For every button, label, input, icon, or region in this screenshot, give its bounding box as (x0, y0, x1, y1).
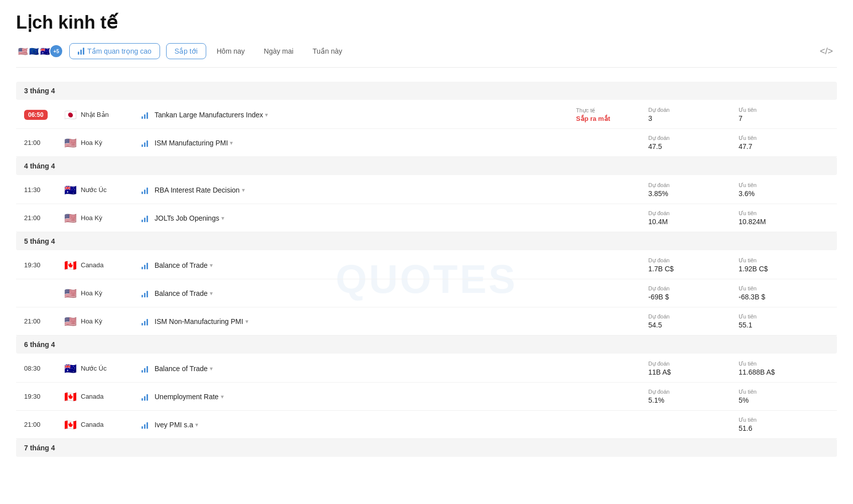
forecast-label: Dự đoán (648, 389, 739, 395)
priority-label: Ưu tiên (739, 210, 829, 217)
calendar-content: 3 tháng 406:50🇯🇵Nhật BảnTankan Large Man… (16, 82, 837, 457)
event-country: 🇯🇵Nhật Bản (64, 110, 134, 120)
event-forecast: Dự đoán 11B A$ (648, 361, 739, 376)
table-row[interactable]: 21:00🇺🇸Hoa KỳJOLTs Job Openings ▾ Dự đoá… (16, 204, 837, 232)
table-row[interactable]: 06:50🇯🇵Nhật BảnTankan Large Manufacturer… (16, 101, 837, 129)
event-country: 🇦🇺Nước Úc (64, 364, 134, 374)
tab-upcoming[interactable]: Sắp tới (166, 43, 206, 59)
event-priority: Ưu tiên 1.92B C$ (739, 257, 829, 273)
forecast-value: 3.85% (648, 190, 739, 198)
event-name[interactable]: ISM Non-Manufacturing PMI ▾ (155, 317, 568, 325)
actual-value: Sắp ra mắt (576, 115, 648, 122)
importance-chart (134, 289, 155, 297)
country-name: Nhật Bản (81, 111, 109, 118)
bar-chart-icon (141, 317, 148, 325)
importance-chart (134, 261, 155, 269)
event-time: 19:30 (24, 393, 64, 400)
event-time: 21:00 (24, 317, 64, 325)
event-forecast: Dự đoán 5.1% (648, 389, 739, 404)
event-name[interactable]: Balance of Trade ▾ (155, 289, 568, 297)
event-priority: Ưu tiên 47.7 (739, 135, 829, 150)
event-name[interactable]: Balance of Trade ▾ (155, 365, 568, 373)
section-date-header: 5 tháng 4 (16, 232, 837, 250)
priority-label: Ưu tiên (739, 182, 829, 189)
table-row[interactable]: 21:00🇨🇦CanadaIvey PMI s.a ▾ Ưu tiên 51.6 (16, 411, 837, 439)
forecast-value: 1.7B C$ (648, 265, 739, 273)
event-country: 🇨🇦Canada (64, 420, 134, 430)
priority-label: Ưu tiên (739, 389, 829, 395)
flag-group[interactable]: 🇺🇸 🇪🇺 🇦🇺 +5 (16, 44, 63, 58)
priority-label: Ưu tiên (739, 257, 829, 264)
table-row[interactable]: 🇺🇸Hoa KỳBalance of Trade ▾ Dự đoán -69B … (16, 279, 837, 307)
event-priority: Ưu tiên 7 (739, 107, 829, 122)
importance-chart (134, 421, 155, 429)
event-time: 06:50 (24, 111, 64, 118)
tab-tomorrow[interactable]: Ngày mai (255, 43, 302, 59)
event-name[interactable]: RBA Interest Rate Decision ▾ (155, 186, 568, 194)
event-time: 19:30 (24, 261, 64, 269)
table-row[interactable]: 19:30🇨🇦CanadaUnemployment Rate ▾ Dự đoán… (16, 383, 837, 411)
tab-this-week[interactable]: Tuần này (304, 43, 351, 59)
priority-label: Ưu tiên (739, 417, 829, 423)
country-name: Canada (81, 421, 104, 428)
bar-chart-icon (141, 421, 148, 429)
chart-bar-icon (78, 48, 84, 55)
event-name[interactable]: Tankan Large Manufacturers Index ▾ (155, 111, 568, 119)
forecast-label: Dự đoán (648, 182, 739, 189)
table-row[interactable]: 19:30🇨🇦CanadaBalance of Trade ▾ Dự đoán … (16, 251, 837, 279)
event-country: 🇦🇺Nước Úc (64, 185, 134, 195)
priority-value: 51.6 (739, 424, 829, 432)
event-time: 08:30 (24, 365, 64, 372)
priority-value: 10.824M (739, 218, 829, 226)
event-name-text: ISM Non-Manufacturing PMI (155, 317, 243, 325)
event-name[interactable]: Ivey PMI s.a ▾ (155, 421, 568, 429)
event-country: 🇺🇸Hoa Kỳ (64, 288, 134, 298)
event-priority: Ưu tiên 55.1 (739, 313, 829, 329)
event-name[interactable]: Balance of Trade ▾ (155, 261, 568, 269)
event-forecast: Dự đoán 3.85% (648, 182, 739, 198)
event-forecast: Dự đoán 47.5 (648, 135, 739, 150)
table-row[interactable]: 21:00🇺🇸Hoa KỳISM Non-Manufacturing PMI ▾… (16, 307, 837, 335)
country-name: Hoa Kỳ (81, 317, 102, 325)
event-name[interactable]: JOLTs Job Openings ▾ (155, 214, 568, 222)
event-priority: Ưu tiên -68.3B $ (739, 285, 829, 301)
page-title: Lịch kinh tế (16, 12, 837, 33)
priority-label: Ưu tiên (739, 313, 829, 320)
priority-value: 3.6% (739, 190, 829, 198)
event-name-text: RBA Interest Rate Decision (155, 186, 240, 194)
priority-value: 7 (739, 114, 829, 122)
event-name[interactable]: Unemployment Rate ▾ (155, 393, 568, 401)
country-flag: 🇺🇸 (64, 316, 77, 326)
forecast-value: 3 (648, 114, 739, 122)
table-row[interactable]: 21:00🇺🇸Hoa KỳISM Manufacturing PMI ▾ Dự … (16, 129, 837, 157)
table-row[interactable]: 11:30🇦🇺Nước ÚcRBA Interest Rate Decision… (16, 176, 837, 204)
chevron-down-icon: ▾ (230, 139, 233, 146)
embed-code-button[interactable]: </> (816, 44, 837, 59)
event-name-text: Tankan Large Manufacturers Index (155, 111, 263, 119)
forecast-value: 47.5 (648, 142, 739, 150)
country-name: Hoa Kỳ (81, 289, 102, 297)
importance-filter-button[interactable]: Tầm quan trọng cao (69, 43, 160, 59)
chevron-down-icon: ▾ (245, 318, 248, 325)
flag-more[interactable]: +5 (49, 44, 63, 58)
forecast-label: Dự đoán (648, 361, 739, 367)
country-name: Canada (81, 261, 104, 269)
chevron-down-icon: ▾ (195, 421, 198, 428)
event-forecast: Dự đoán 10.4M (648, 210, 739, 226)
country-name: Nước Úc (81, 186, 106, 194)
event-name-text: Balance of Trade (155, 289, 208, 297)
tab-today[interactable]: Hôm nay (208, 43, 253, 59)
importance-chart (134, 214, 155, 222)
importance-chart (134, 111, 155, 119)
forecast-value: 11B A$ (648, 368, 739, 376)
country-flag: 🇨🇦 (64, 260, 77, 270)
table-row[interactable]: 08:30🇦🇺Nước ÚcBalance of Trade ▾ Dự đoán… (16, 355, 837, 383)
priority-label: Ưu tiên (739, 107, 829, 113)
bar-chart-icon (141, 365, 148, 373)
forecast-label: Dự đoán (648, 313, 739, 320)
event-name[interactable]: ISM Manufacturing PMI ▾ (155, 139, 568, 147)
chevron-down-icon: ▾ (242, 187, 245, 194)
event-time: 21:00 (24, 214, 64, 222)
country-name: Hoa Kỳ (81, 214, 102, 222)
event-forecast: Dự đoán -69B $ (648, 285, 739, 301)
